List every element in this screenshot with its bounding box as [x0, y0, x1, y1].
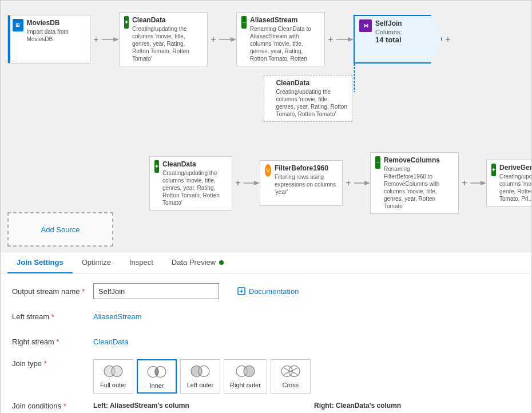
bottom-panel: Join Settings Optimize Inspect Data Prev…	[1, 252, 531, 413]
left-col-header: Left: AliasedStream's column	[93, 402, 189, 410]
filter-icon: ▽	[265, 164, 271, 177]
node-aliasedstream[interactable]: → AliasedStream Renaming CleanData to Al…	[236, 12, 325, 66]
arrow-4	[244, 178, 260, 188]
output-stream-name-input[interactable]	[93, 283, 219, 299]
full-outer-venn	[102, 363, 125, 379]
node-moviesdb[interactable]: ⊞ MoviesDB Import data from MoviesDB	[7, 15, 90, 63]
join-types-container: Full outer Inner	[93, 359, 311, 394]
join-type-inner-label: Inner	[149, 382, 164, 389]
node-cleandata1-desc: Creating/updating the columns 'movie, ti…	[132, 25, 203, 62]
node-selfjoin-columns-count: 14 total	[375, 35, 402, 44]
tab-join-settings[interactable]: Join Settings	[7, 252, 73, 273]
right-outer-venn	[234, 363, 257, 379]
plus-after-cleandata2[interactable]: +	[232, 177, 244, 189]
arrow-1	[102, 35, 119, 44]
plus-after-selfjoin[interactable]: +	[442, 34, 454, 45]
node-aliasedstream-title: AliasedStream	[250, 16, 320, 24]
required-star-2: *	[51, 312, 54, 321]
node-selfjoin-title: SelfJoin	[375, 19, 402, 27]
node-moviesdb-title: MoviesDB	[27, 19, 85, 27]
svg-marker-3	[231, 37, 236, 42]
data-preview-dot	[219, 260, 224, 265]
tabs-bar: Join Settings Optimize Inspect Data Prev…	[1, 252, 531, 273]
svg-marker-1	[113, 37, 119, 42]
node-cleandata2-desc: Creating/updating the columns 'movie, ti…	[162, 169, 227, 206]
join-conditions-label: Join conditions *	[12, 402, 86, 410]
node-cleandata-branch-title: CleanData	[276, 79, 347, 87]
plus-after-moviesdb[interactable]: +	[90, 34, 102, 45]
join-type-left-outer[interactable]: Left outer	[180, 359, 220, 394]
doc-link-icon	[237, 287, 245, 295]
documentation-link[interactable]: Documentation	[237, 287, 299, 296]
remove-icon: →	[375, 156, 380, 169]
plus-after-cleandata1[interactable]: +	[208, 34, 219, 45]
join-conditions-row: Join conditions * Left: AliasedStream's …	[12, 402, 520, 413]
output-stream-row: Output stream name * Documentation	[12, 283, 520, 300]
svg-marker-10	[364, 181, 370, 185]
join-col-headers: Left: AliasedStream's column Right: Clea…	[93, 402, 520, 410]
required-star-3: *	[56, 337, 59, 346]
clean-icon-2: ✦	[154, 160, 159, 173]
node-removecolumns-title: RemoveColumns	[384, 156, 454, 164]
node-derivegenre-title: DeriveGenre	[499, 164, 531, 172]
svg-marker-8	[254, 181, 260, 185]
add-source-button[interactable]: Add Source	[7, 212, 113, 247]
output-stream-label: Output stream name *	[12, 287, 86, 296]
arrow-5	[354, 178, 370, 188]
required-star-1: *	[82, 287, 85, 296]
node-derivegenre[interactable]: ✦ DeriveGenre Creating/updating the colu…	[486, 160, 531, 206]
left-outer-venn	[189, 363, 212, 379]
node-cleandata2-title: CleanData	[162, 160, 227, 168]
db-icon: ⊞	[13, 19, 23, 31]
join-type-left-outer-label: Left outer	[187, 382, 213, 388]
join-type-right-outer[interactable]: Right outer	[224, 359, 267, 394]
join-type-inner[interactable]: Inner	[137, 359, 177, 394]
right-stream-value[interactable]: CleanData	[93, 337, 128, 346]
node-cleandata2[interactable]: ✦ CleanData Creating/updating the column…	[149, 156, 232, 211]
right-stream-label: Right stream *	[12, 337, 86, 346]
plus-after-aliasedstream[interactable]: +	[325, 34, 336, 45]
derive-icon: ✦	[491, 164, 496, 176]
arrow-6	[470, 178, 486, 188]
join-type-cross[interactable]: Cross	[271, 359, 311, 394]
node-aliasedstream-desc: Renaming CleanData to AliasedStream with…	[250, 25, 320, 62]
inner-venn	[145, 364, 168, 380]
plus-after-removecolumns[interactable]: +	[459, 177, 470, 189]
node-selfjoin-columns-label: Columns:	[375, 29, 402, 35]
required-star-4: *	[44, 359, 47, 368]
join-type-full-outer-label: Full outer	[100, 382, 126, 388]
plus-after-filter[interactable]: +	[343, 177, 354, 189]
node-removecolumns[interactable]: → RemoveColumns Renaming FilterBefore196…	[370, 152, 459, 214]
node-cleandata-branch-desc: Creating/updating the columns 'movie, ti…	[276, 88, 347, 118]
join-type-cross-label: Cross	[282, 382, 299, 388]
node-filterbefore1960-desc: Filtering rows using expressions on colu…	[275, 173, 338, 196]
node-moviesdb-desc: Import data from MoviesDB	[27, 28, 85, 43]
branch-connector	[354, 63, 355, 92]
left-stream-label: Left stream *	[12, 312, 86, 321]
node-removecolumns-desc: Renaming FilterBefore1960 to RemoveColum…	[384, 165, 454, 210]
arrow-2	[219, 35, 236, 44]
node-cleandata1[interactable]: ✦ CleanData Creating/updating the column…	[119, 12, 208, 66]
join-icon: ⋈	[359, 19, 372, 32]
left-stream-value[interactable]: AliasedStream	[93, 312, 142, 321]
tab-data-preview[interactable]: Data Preview	[162, 252, 233, 273]
join-type-right-outer-label: Right outer	[230, 382, 261, 388]
tab-inspect[interactable]: Inspect	[120, 252, 162, 273]
svg-point-17	[112, 366, 122, 376]
tab-optimize[interactable]: Optimize	[73, 252, 120, 273]
right-col-header: Right: CleanData's column	[314, 402, 401, 410]
svg-point-23	[244, 366, 255, 376]
node-selfjoin[interactable]: ⋈ SelfJoin Columns: 14 total	[354, 15, 442, 63]
node-filterbefore1960-title: FilterBefore1960	[275, 164, 338, 172]
join-type-full-outer[interactable]: Full outer	[93, 359, 133, 394]
arrow-3	[336, 35, 354, 44]
required-star-5: *	[63, 402, 66, 410]
node-cleandata-branch[interactable]: CleanData Creating/updating the columns …	[264, 75, 352, 122]
join-type-label: Join type *	[12, 359, 86, 368]
node-filterbefore1960[interactable]: ▽ FilterBefore1960 Filtering rows using …	[260, 160, 343, 206]
alias-icon: →	[241, 16, 247, 29]
left-stream-row: Left stream * AliasedStream	[12, 308, 520, 325]
svg-marker-5	[348, 37, 354, 42]
node-derivegenre-desc: Creating/updating the columns 'movie, ti…	[499, 173, 531, 202]
join-type-row: Join type * Full outer	[12, 358, 520, 394]
